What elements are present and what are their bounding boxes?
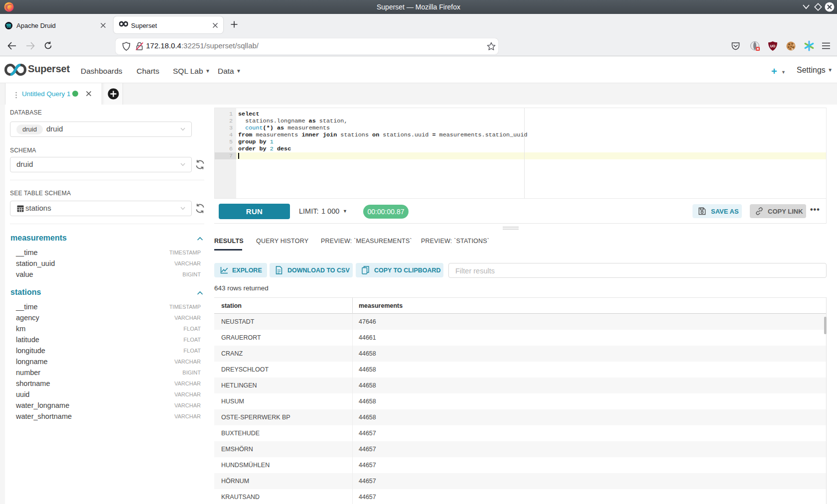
- svg-text:UO: UO: [770, 44, 776, 48]
